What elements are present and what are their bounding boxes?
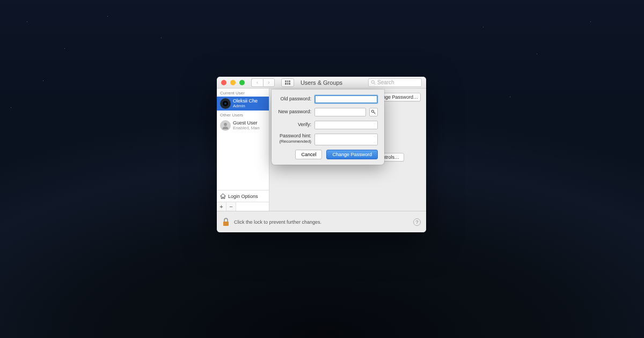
password-assistant-button[interactable] <box>369 108 378 116</box>
minimize-icon[interactable] <box>230 80 236 85</box>
avatar-guest-icon <box>220 120 231 131</box>
lock-icon[interactable] <box>222 218 230 226</box>
traffic-lights <box>221 80 245 85</box>
sidebar-section-other: Other Users <box>217 111 269 119</box>
login-options-label: Login Options <box>228 194 258 199</box>
sidebar-user-current[interactable]: Oleksii Che Admin <box>217 97 269 111</box>
back-button[interactable]: ‹ <box>251 78 263 87</box>
grid-icon <box>285 80 290 85</box>
new-password-label: New password: <box>278 109 311 115</box>
nav-buttons: ‹ › <box>251 78 275 87</box>
svg-point-5 <box>224 123 227 126</box>
search-input[interactable]: Search <box>368 78 422 87</box>
add-user-button[interactable]: + <box>217 202 226 211</box>
user-role: Admin <box>233 104 258 109</box>
old-password-label: Old password: <box>278 97 311 102</box>
login-options[interactable]: Login Options <box>217 190 269 202</box>
add-remove-bar: + − <box>217 202 269 211</box>
svg-line-1 <box>374 83 375 84</box>
forward-button[interactable]: › <box>263 78 275 87</box>
verify-label: Verify: <box>278 122 311 128</box>
lock-text: Click the lock to prevent further change… <box>234 219 321 225</box>
avatar <box>220 98 231 109</box>
help-button[interactable]: ? <box>413 218 421 226</box>
show-all-button[interactable] <box>281 78 294 87</box>
footer: Click the lock to prevent further change… <box>217 211 426 232</box>
svg-point-4 <box>224 102 226 105</box>
user-status: Enabled, Man <box>233 126 259 131</box>
sidebar-user-guest[interactable]: Guest User Enabled, Man <box>217 119 269 133</box>
change-password-confirm-button[interactable]: Change Password <box>326 150 378 159</box>
house-icon <box>220 193 226 199</box>
close-icon[interactable] <box>221 80 226 85</box>
svg-point-7 <box>371 110 374 112</box>
verify-input[interactable] <box>314 121 378 129</box>
search-icon <box>371 80 376 85</box>
key-icon <box>371 109 376 115</box>
change-password-sheet: Old password: New password: Verify: Pass… <box>272 90 384 165</box>
search-placeholder: Search <box>377 79 394 85</box>
hint-input[interactable] <box>314 134 378 145</box>
old-password-input[interactable] <box>314 95 378 104</box>
titlebar: ‹ › Users & Groups Search <box>217 77 426 89</box>
svg-point-0 <box>371 80 374 83</box>
new-password-input[interactable] <box>314 108 366 116</box>
cancel-button[interactable]: Cancel <box>295 150 322 159</box>
sidebar-section-current: Current User <box>217 89 269 97</box>
svg-rect-6 <box>223 222 229 226</box>
remove-user-button[interactable]: − <box>226 202 236 211</box>
zoom-icon[interactable] <box>239 80 245 85</box>
sidebar: Current User Oleksii Che Admin Other Use… <box>217 89 269 211</box>
hint-label: Password hint:(Recommended) <box>278 134 311 144</box>
svg-line-9 <box>375 112 375 113</box>
